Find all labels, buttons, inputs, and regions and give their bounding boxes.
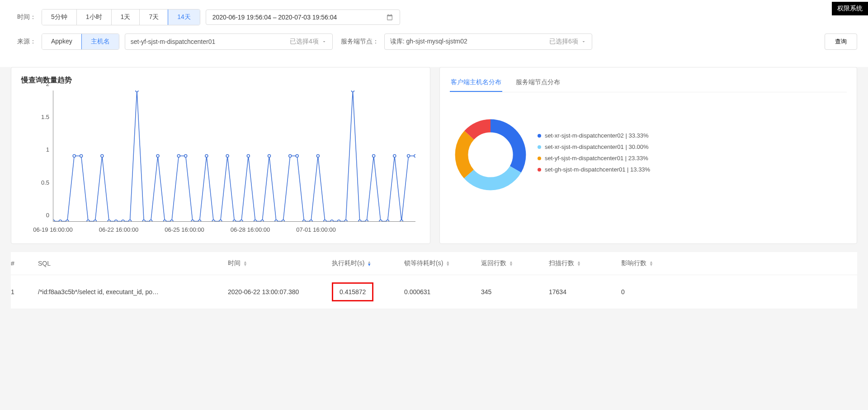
exec-time-highlight: 0.415872	[332, 282, 373, 301]
svg-point-52	[414, 155, 415, 157]
time-range-1[interactable]: 1小时	[77, 10, 112, 25]
date-range-picker[interactable]: 2020-06-19 19:56:04 – 2020-07-03 19:56:0…	[206, 10, 400, 25]
svg-point-47	[379, 220, 382, 221]
svg-point-35	[296, 155, 298, 157]
svg-point-28	[247, 155, 250, 157]
y-tick: 2	[46, 81, 49, 87]
svg-point-10	[122, 220, 124, 221]
trend-chart-title: 慢查询数量趋势	[21, 76, 420, 85]
dist-tab-1[interactable]: 服务端节点分布	[515, 76, 561, 92]
th-0[interactable]: #	[11, 260, 38, 267]
legend-item: set-xr-sjst-m-dispatchcenter02 | 33.33%	[538, 132, 842, 139]
sort-icon: ▲▼	[446, 261, 450, 266]
source-value: set-yf-sjst-m-dispatchcenter01	[131, 38, 216, 45]
svg-point-45	[365, 220, 368, 221]
time-range-0[interactable]: 5分钟	[42, 10, 77, 25]
svg-point-46	[373, 155, 375, 157]
svg-point-31	[268, 155, 271, 157]
legend-label: set-gh-sjst-m-dispatchcenter01 | 13.33%	[545, 166, 650, 173]
time-range-4[interactable]: 14天	[168, 9, 200, 25]
source-type-1[interactable]: 主机名	[81, 33, 119, 50]
svg-point-12	[136, 91, 138, 92]
svg-point-40	[330, 220, 333, 221]
time-range-3[interactable]: 7天	[140, 10, 168, 25]
svg-point-51	[407, 155, 410, 157]
svg-point-50	[400, 220, 403, 221]
chevron-down-icon	[581, 39, 586, 44]
svg-point-16	[163, 220, 166, 221]
legend-item: set-yf-sjst-m-dispatchcenter01 | 23.33%	[538, 155, 842, 162]
th-2[interactable]: 时间▲▼	[228, 259, 332, 267]
x-label: 06-25 16:00:00	[165, 226, 204, 233]
th-7[interactable]: 影响行数▲▼	[621, 259, 680, 267]
svg-point-11	[128, 220, 131, 221]
cell-exec: 0.415872	[332, 282, 404, 301]
cell-time: 2020-06-22 13:00:07.380	[228, 288, 332, 296]
table-header: #SQL时间▲▼执行耗时(s)▲▼锁等待耗时(s)▲▼返回行数▲▼扫描行数▲▼影…	[11, 252, 857, 275]
legend-dot	[538, 168, 541, 172]
cell-scan: 17634	[549, 288, 621, 296]
cell-ret: 345	[481, 288, 549, 296]
date-range-text: 2020-06-19 19:56:04 – 2020-07-03 19:56:0…	[212, 14, 337, 21]
legend-item: set-xr-sjst-m-dispatchcenter01 | 30.00%	[538, 143, 842, 150]
svg-point-30	[261, 220, 264, 221]
th-6[interactable]: 扫描行数▲▼	[549, 259, 621, 267]
th-3[interactable]: 执行耗时(s)▲▼	[332, 259, 404, 267]
svg-point-7	[101, 155, 104, 157]
sort-icon: ▲▼	[577, 261, 581, 266]
permission-badge[interactable]: 权限系统	[832, 2, 868, 15]
source-label: 来源：	[11, 38, 36, 46]
x-label: 06-19 16:00:00	[33, 226, 72, 233]
svg-point-33	[282, 220, 284, 221]
x-label: 07-01 16:00:00	[296, 226, 335, 233]
svg-point-27	[240, 220, 243, 221]
svg-point-5	[87, 220, 90, 221]
svg-point-36	[303, 220, 306, 221]
svg-point-25	[226, 155, 229, 157]
svg-point-49	[393, 155, 396, 157]
svg-point-22	[205, 155, 208, 157]
trend-chart-panel: 慢查询数量趋势 00.511.52 06-19 16:00:0006-22 16…	[11, 67, 430, 244]
line-chart-svg	[53, 91, 415, 221]
dist-tab-0[interactable]: 客户端主机名分布	[450, 76, 502, 92]
time-range-2[interactable]: 1天	[112, 10, 140, 25]
source-select[interactable]: set-yf-sjst-m-dispatchcenter01 已选择4项	[125, 33, 333, 50]
svg-point-43	[351, 91, 354, 92]
svg-point-13	[142, 220, 145, 221]
server-select[interactable]: 读库: gh-sjst-mysql-sjstm02 已选择6项	[384, 33, 592, 50]
cell-sql: /*id:f8aa3c5b*/select id, executant_id, …	[38, 288, 228, 296]
sort-icon: ▲▼	[367, 261, 371, 266]
svg-point-26	[233, 220, 236, 221]
th-4[interactable]: 锁等待耗时(s)▲▼	[404, 259, 481, 267]
svg-point-0	[53, 220, 55, 221]
legend-label: set-yf-sjst-m-dispatchcenter01 | 23.33%	[545, 155, 648, 162]
time-range-group: 5分钟1小时1天7天14天	[42, 9, 200, 25]
svg-point-37	[310, 220, 312, 221]
table-row[interactable]: 1/*id:f8aa3c5b*/select id, executant_id,…	[11, 275, 857, 309]
svg-point-6	[94, 220, 96, 221]
x-axis: 06-19 16:00:0006-22 16:00:0006-25 16:00:…	[53, 224, 415, 235]
filters-panel: 时间： 5分钟1小时1天7天14天 2020-06-19 19:56:04 – …	[0, 0, 868, 67]
svg-point-29	[254, 220, 257, 221]
svg-point-34	[289, 155, 292, 157]
y-tick: 1	[46, 146, 49, 153]
svg-point-9	[115, 220, 118, 221]
svg-point-4	[80, 155, 83, 157]
svg-point-17	[170, 220, 173, 221]
donut-legend: set-xr-sjst-m-dispatchcenter02 | 33.33%s…	[538, 132, 842, 177]
source-type-0[interactable]: Appkey	[42, 34, 82, 49]
y-tick: 0	[46, 212, 49, 219]
legend-dot	[538, 145, 541, 149]
query-button[interactable]: 查询	[825, 33, 857, 50]
legend-dot	[538, 157, 541, 160]
th-1[interactable]: SQL	[38, 260, 228, 267]
svg-point-15	[156, 155, 159, 157]
th-5[interactable]: 返回行数▲▼	[481, 259, 549, 267]
source-count: 已选择4项	[290, 38, 319, 46]
legend-dot	[538, 134, 541, 138]
svg-point-8	[108, 220, 110, 221]
y-axis: 00.511.52	[21, 91, 53, 222]
chart-plot-area	[53, 91, 415, 222]
y-tick: 0.5	[41, 179, 49, 186]
donut-chart	[454, 119, 527, 191]
